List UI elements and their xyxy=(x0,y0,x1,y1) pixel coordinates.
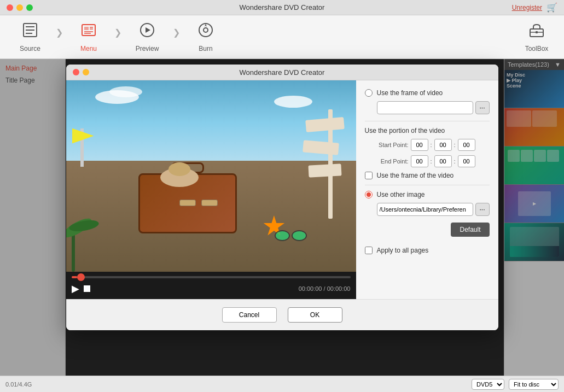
apply-all-label[interactable]: Apply to all pages xyxy=(377,247,429,254)
arrow-3: ❯ xyxy=(173,27,180,38)
divider-2 xyxy=(365,185,490,185)
use-frame-checkbox-label[interactable]: Use the frame of the video xyxy=(377,172,454,179)
default-button[interactable]: Default xyxy=(451,223,489,237)
progress-fill xyxy=(72,276,77,278)
end-hour-input[interactable] xyxy=(411,155,428,167)
use-other-image-radio[interactable] xyxy=(365,191,373,198)
frame-file-row: ··· xyxy=(377,101,490,114)
dvd-type-select[interactable]: DVD5 DVD9 xyxy=(472,379,504,390)
current-time: 00:00:00 xyxy=(299,285,322,292)
other-file-input[interactable] xyxy=(377,203,473,216)
start-sec-input[interactable] xyxy=(458,139,475,151)
video-area xyxy=(66,80,356,272)
svg-rect-16 xyxy=(536,31,538,33)
arrow-1: ❯ xyxy=(56,27,63,38)
preview-label: Preview xyxy=(136,45,159,52)
dialog-close-button[interactable] xyxy=(73,69,79,75)
menu-icon xyxy=(80,21,97,43)
dialog-overlay: Wondershare DVD Creator xyxy=(0,59,564,376)
cart-icon[interactable]: 🛒 xyxy=(546,2,557,13)
other-file-row: ··· xyxy=(377,203,490,216)
frame-browse-button[interactable]: ··· xyxy=(475,101,490,114)
fit-select[interactable]: Fit to disc Fit to screen xyxy=(509,379,559,390)
maximize-button[interactable] xyxy=(26,4,33,11)
use-other-image-label[interactable]: Use other image xyxy=(377,191,425,198)
dialog: Wondershare DVD Creator xyxy=(66,65,498,330)
source-icon xyxy=(21,21,39,43)
progress-bar[interactable] xyxy=(72,276,351,278)
cancel-button[interactable]: Cancel xyxy=(222,307,277,323)
toolbar-source[interactable]: Source xyxy=(5,18,55,56)
video-controls: ▶ 00:00:00 / 00:00:00 xyxy=(66,272,356,299)
progress-thumb[interactable] xyxy=(77,273,85,281)
end-point-label: End Point: xyxy=(365,158,409,165)
status-bar-right: DVD5 DVD9 Fit to disc Fit to screen xyxy=(472,379,559,390)
total-time: 00:00:00 xyxy=(327,285,351,292)
close-button[interactable] xyxy=(7,4,13,11)
status-bar: 0.01/4.4G DVD5 DVD9 Fit to disc Fit to s… xyxy=(0,376,564,392)
burn-icon xyxy=(197,21,214,43)
settings-panel: Use the frame of video ··· Use the porti… xyxy=(356,80,498,299)
title-bar-right: Unregister 🛒 xyxy=(512,2,557,13)
svg-point-13 xyxy=(203,28,208,32)
toolbar-menu[interactable]: Menu xyxy=(64,18,113,56)
use-frame-label[interactable]: Use the frame of video xyxy=(377,89,443,97)
use-frame-checkbox[interactable] xyxy=(365,172,373,179)
video-panel: ▶ 00:00:00 / 00:00:00 xyxy=(66,80,356,299)
start-point-row: Start Point: : : xyxy=(365,139,490,151)
use-frame-checkbox-row: Use the frame of the video xyxy=(365,172,490,179)
time-display: 00:00:00 / 00:00:00 xyxy=(299,285,351,292)
source-label: Source xyxy=(20,45,40,52)
burn-label: Burn xyxy=(199,45,212,52)
toolbar-toolbox[interactable]: ToolBox xyxy=(515,18,559,56)
toolbar-burn[interactable]: Burn xyxy=(181,18,230,56)
start-sep-1: : xyxy=(431,142,432,148)
menu-label: Menu xyxy=(80,45,97,52)
end-min-input[interactable] xyxy=(434,155,452,167)
app-title: Wondershare DVD Creator xyxy=(240,3,325,11)
svg-marker-11 xyxy=(146,27,150,33)
use-frame-radio[interactable] xyxy=(365,89,373,97)
toolbox-icon xyxy=(528,21,545,43)
portion-label: Use the portion of the video xyxy=(365,127,490,134)
end-point-row: End Point: : : xyxy=(365,155,490,167)
end-sep-2: : xyxy=(454,158,456,165)
start-point-label: Start Point: xyxy=(365,142,409,148)
dialog-title: Wondershare DVD Creator xyxy=(240,68,325,77)
dialog-min-button[interactable] xyxy=(83,69,89,75)
playback-controls: ▶ 00:00:00 / 00:00:00 xyxy=(72,283,351,295)
window-controls xyxy=(7,4,33,11)
dialog-title-bar: Wondershare DVD Creator xyxy=(66,65,498,80)
preview-icon xyxy=(138,21,156,43)
other-browse-button[interactable]: ··· xyxy=(475,203,490,216)
title-bar: Wondershare DVD Creator Unregister 🛒 xyxy=(0,0,564,15)
play-button[interactable]: ▶ xyxy=(72,283,79,295)
ok-button[interactable]: OK xyxy=(288,307,342,323)
start-min-input[interactable] xyxy=(434,139,452,151)
dialog-win-controls xyxy=(73,69,89,75)
start-sep-2: : xyxy=(454,142,456,148)
main-area: Main Page Title Page Templates(123) ▼ My… xyxy=(0,59,564,376)
svg-rect-5 xyxy=(84,27,89,30)
start-hour-input[interactable] xyxy=(411,139,428,151)
divider-1 xyxy=(365,121,490,121)
use-frame-option: Use the frame of video xyxy=(365,89,490,97)
use-other-image-option: Use other image xyxy=(365,191,490,198)
unregister-link[interactable]: Unregister xyxy=(512,4,542,11)
dialog-footer: Cancel OK xyxy=(66,299,498,330)
apply-all-checkbox[interactable] xyxy=(365,247,373,254)
toolbox-label: ToolBox xyxy=(525,45,549,52)
dialog-body: ▶ 00:00:00 / 00:00:00 xyxy=(66,80,498,299)
stop-button[interactable] xyxy=(84,285,90,292)
arrow-2: ❯ xyxy=(114,27,121,38)
apply-all-row: Apply to all pages xyxy=(365,247,490,254)
end-sec-input[interactable] xyxy=(458,155,475,167)
toolbar-preview[interactable]: Preview xyxy=(123,18,172,56)
minimize-button[interactable] xyxy=(16,4,23,11)
end-sep-1: : xyxy=(431,158,432,165)
status-info: 0.01/4.4G xyxy=(5,381,466,388)
video-scene xyxy=(66,80,356,272)
time-separator: / xyxy=(324,285,325,292)
frame-file-input[interactable] xyxy=(377,101,473,114)
toolbar: Source ❯ Menu ❯ Preview ❯ xyxy=(0,15,564,59)
